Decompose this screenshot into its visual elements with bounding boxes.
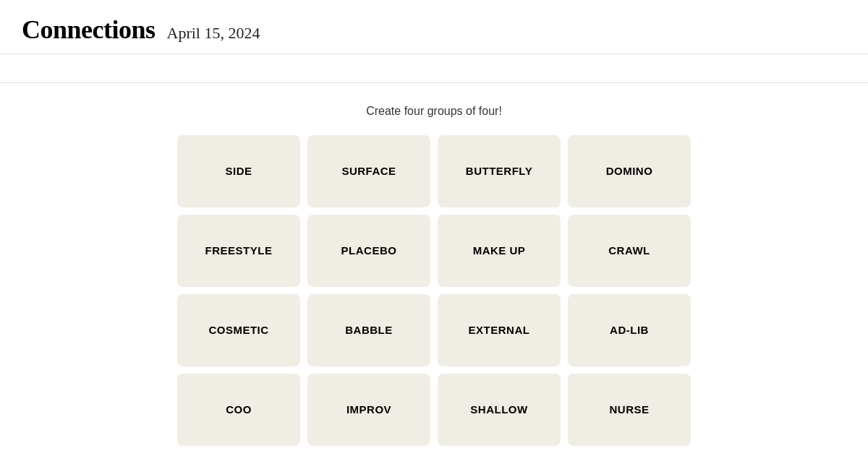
tile-butterfly-label: BUTTERFLY bbox=[466, 165, 532, 178]
tile-butterfly[interactable]: BUTTERFLY bbox=[438, 135, 561, 207]
tile-crawl-label: CRAWL bbox=[608, 244, 650, 257]
tile-domino-label: DOMINO bbox=[606, 165, 653, 178]
tile-adlib-label: AD-LIB bbox=[610, 324, 649, 337]
tile-placebo-label: PLACEBO bbox=[341, 244, 397, 257]
tile-nurse[interactable]: NURSE bbox=[568, 374, 691, 446]
tile-makeup[interactable]: MAKE UP bbox=[438, 215, 561, 287]
tile-placebo[interactable]: PLACEBO bbox=[307, 215, 430, 287]
tile-surface-label: SURFACE bbox=[341, 165, 396, 178]
tile-adlib[interactable]: AD-LIB bbox=[568, 294, 691, 366]
tile-shallow-label: SHALLOW bbox=[470, 403, 527, 416]
tile-freestyle[interactable]: FREESTYLE bbox=[177, 215, 300, 287]
page-date: April 15, 2024 bbox=[167, 24, 260, 43]
tile-improv-label: IMPROV bbox=[346, 403, 391, 416]
tile-surface[interactable]: SURFACE bbox=[307, 135, 430, 207]
tile-cosmetic-label: COSMETIC bbox=[208, 324, 268, 337]
tile-external-label: EXTERNAL bbox=[469, 324, 530, 337]
header: Connections April 15, 2024 bbox=[0, 0, 868, 54]
tile-coo[interactable]: COO bbox=[177, 374, 300, 446]
tile-freestyle-label: FREESTYLE bbox=[205, 244, 273, 257]
instructions-text: Create four groups of four! bbox=[366, 105, 502, 118]
page-title: Connections bbox=[22, 14, 156, 45]
tile-makeup-label: MAKE UP bbox=[473, 244, 526, 257]
tile-external[interactable]: EXTERNAL bbox=[438, 294, 561, 366]
tile-nurse-label: NURSE bbox=[609, 403, 649, 416]
tile-babble[interactable]: BABBLE bbox=[307, 294, 430, 366]
tile-side-label: SIDE bbox=[225, 165, 252, 178]
tile-improv[interactable]: IMPROV bbox=[307, 374, 430, 446]
main-content: Create four groups of four! SIDESURFACEB… bbox=[0, 83, 868, 456]
tile-coo-label: COO bbox=[226, 403, 252, 416]
tile-babble-label: BABBLE bbox=[345, 324, 393, 337]
tile-cosmetic[interactable]: COSMETIC bbox=[177, 294, 300, 366]
tile-grid: SIDESURFACEBUTTERFLYDOMINOFREESTYLEPLACE… bbox=[177, 135, 691, 446]
tile-shallow[interactable]: SHALLOW bbox=[438, 374, 561, 446]
tile-crawl[interactable]: CRAWL bbox=[568, 215, 691, 287]
tile-side[interactable]: SIDE bbox=[177, 135, 300, 207]
sub-header bbox=[0, 54, 868, 83]
tile-domino[interactable]: DOMINO bbox=[568, 135, 691, 207]
